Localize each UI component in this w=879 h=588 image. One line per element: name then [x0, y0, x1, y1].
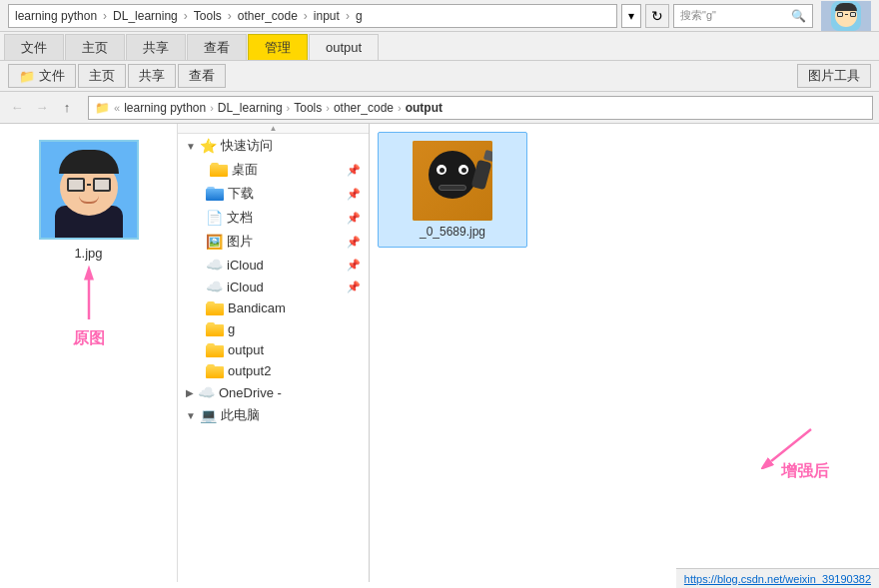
quick-access-label: 快速访问	[221, 137, 273, 155]
folder-icon: 📁	[95, 101, 110, 115]
toolbar-picture-tools-btn[interactable]: 图片工具	[797, 64, 871, 88]
tab-file[interactable]: 文件	[4, 34, 64, 60]
nav-onedrive-label: OneDrive -	[219, 385, 282, 400]
nav-pictures[interactable]: 🖼️ 图片 📌	[178, 230, 369, 254]
nav-download[interactable]: 下载 📌	[178, 182, 369, 206]
pin-icon-download: 📌	[347, 188, 361, 201]
scroll-up-indicator[interactable]: ▲	[178, 124, 369, 134]
status-bar[interactable]: https://blog.csdn.net/weixin_39190382	[676, 568, 879, 588]
toolbar-share-label: 共享	[139, 67, 165, 85]
icloud-icon-1: ☁️	[206, 257, 223, 273]
toolbar-file-btn[interactable]: 📁 文件	[8, 64, 76, 88]
nav-onedrive[interactable]: ▶ ☁️ OneDrive -	[178, 381, 369, 403]
folder-icon-desktop	[210, 163, 228, 177]
path-dropdown[interactable]: ▾	[621, 4, 641, 28]
yuantu-label: 原图	[73, 328, 105, 349]
expand-icon: ▼	[186, 141, 196, 152]
expand-icon-onedrive: ▶	[186, 387, 194, 398]
pin-icon-pics: 📌	[347, 236, 361, 249]
nav-thispc[interactable]: ▼ 💻 此电脑	[178, 403, 369, 427]
nav-documents[interactable]: 📄 文档 📌	[178, 206, 369, 230]
nav-bandicam[interactable]: Bandicam	[178, 297, 369, 318]
main-window: learning python › DL_learning › Tools › …	[0, 0, 879, 588]
main-area: 1.jpg 原图 ▲ ▼	[0, 124, 879, 582]
path-part-3[interactable]: Tools	[194, 9, 222, 23]
folder-icon-bandicam	[206, 301, 224, 315]
tab-home[interactable]: 主页	[65, 34, 125, 60]
nav-quick-access[interactable]: ▼ ⭐ 快速访问	[178, 134, 369, 158]
forward-button[interactable]: →	[31, 97, 53, 119]
search-icon[interactable]: 🔍	[791, 9, 806, 23]
path-part-1[interactable]: learning python	[15, 9, 97, 23]
nav-g[interactable]: g	[178, 318, 369, 339]
expand-icon-thispc: ▼	[186, 410, 196, 421]
sep2: ›	[184, 9, 188, 23]
icloud-icon-2: ☁️	[206, 279, 223, 294]
computer-icon: 💻	[200, 407, 217, 423]
nav-desktop[interactable]: 桌面 📌	[178, 158, 369, 182]
path-part-6[interactable]: g	[356, 9, 363, 23]
tab-share[interactable]: 共享	[126, 34, 186, 60]
onedrive-icon: ☁️	[198, 384, 215, 400]
nav-icloud1[interactable]: ☁️ iCloud 📌	[178, 254, 369, 276]
folder-icon-download	[206, 187, 224, 201]
sep3: ›	[228, 9, 232, 23]
nav-icloud2[interactable]: ☁️ iCloud 📌	[178, 276, 369, 297]
toolbar-view-btn[interactable]: 查看	[178, 64, 226, 88]
nav-pictures-label: 图片	[227, 233, 253, 251]
status-url[interactable]: https://blog.csdn.net/weixin_39190382	[684, 573, 871, 585]
bc-part1[interactable]: learning python	[124, 101, 206, 115]
up-arrow-annotation	[74, 265, 104, 324]
nav-icloud1-label: iCloud	[227, 258, 264, 273]
bc-arrow1: ›	[210, 102, 214, 114]
file-item-0[interactable]: _0_5689.jpg	[378, 132, 527, 248]
nav-output[interactable]: output	[178, 339, 369, 360]
bc-part4[interactable]: other_code	[334, 101, 394, 115]
tab-view[interactable]: 查看	[187, 34, 247, 60]
nav-download-label: 下载	[228, 185, 254, 203]
file-grid: _0_5689.jpg	[370, 124, 879, 256]
nav-bandicam-label: Bandicam	[228, 300, 286, 315]
path-part-5[interactable]: input	[314, 9, 340, 23]
toolbar-share-btn[interactable]: 共享	[128, 64, 176, 88]
nav-path-row: ← → ↑ 📁 « learning python › DL_learning …	[0, 92, 879, 124]
nav-thispc-label: 此电脑	[221, 406, 260, 424]
pic-icon: 🖼️	[206, 234, 223, 250]
path-part-4[interactable]: other_code	[238, 9, 298, 23]
tab-output[interactable]: output	[309, 34, 379, 60]
refresh-button[interactable]: ↻	[645, 4, 669, 28]
nav-icloud2-label: iCloud	[227, 280, 264, 294]
toolbar-picture-label: 图片工具	[808, 67, 860, 85]
user-avatar-thumbnail	[821, 1, 871, 31]
nav-output2[interactable]: output2	[178, 360, 369, 381]
bc-part3[interactable]: Tools	[294, 101, 322, 115]
svg-line-3	[771, 429, 811, 461]
annotation-panel: 1.jpg 原图	[0, 124, 178, 582]
file-nav-panel: ▲ ▼ ⭐ 快速访问 桌面 📌	[178, 124, 370, 582]
nav-documents-label: 文档	[227, 209, 253, 227]
bc-arrow4: ›	[398, 102, 402, 114]
bc-arrow2: ›	[287, 102, 291, 114]
back-button[interactable]: ←	[6, 97, 28, 119]
address-path[interactable]: learning python › DL_learning › Tools › …	[8, 4, 617, 28]
toolbar-home-label: 主页	[89, 67, 115, 85]
enhance-annotation: 增强后	[761, 419, 829, 482]
bc-part5[interactable]: output	[406, 101, 442, 115]
refresh-icon: ↻	[651, 8, 663, 24]
search-box[interactable]: 搜索"g" 🔍	[673, 4, 813, 28]
up-button[interactable]: ↑	[56, 97, 78, 119]
folder-icon-g	[206, 322, 224, 336]
file-name-0: _0_5689.jpg	[420, 225, 485, 239]
tab-manage[interactable]: 管理	[248, 34, 308, 60]
nav-g-label: g	[228, 321, 235, 336]
chevron-down-icon: ▾	[628, 9, 634, 23]
toolbar-file-label: 文件	[39, 67, 65, 85]
file-tree: ▲ ▼ ⭐ 快速访问 桌面 📌	[178, 124, 369, 582]
toolbar-home-btn[interactable]: 主页	[78, 64, 126, 88]
original-filename: 1.jpg	[74, 246, 102, 261]
breadcrumb[interactable]: 📁 « learning python › DL_learning › Tool…	[88, 96, 873, 120]
sep4: ›	[304, 9, 308, 23]
path-part-2[interactable]: DL_learning	[113, 9, 178, 23]
bc-sep0: «	[114, 102, 120, 114]
bc-part2[interactable]: DL_learning	[218, 101, 283, 115]
